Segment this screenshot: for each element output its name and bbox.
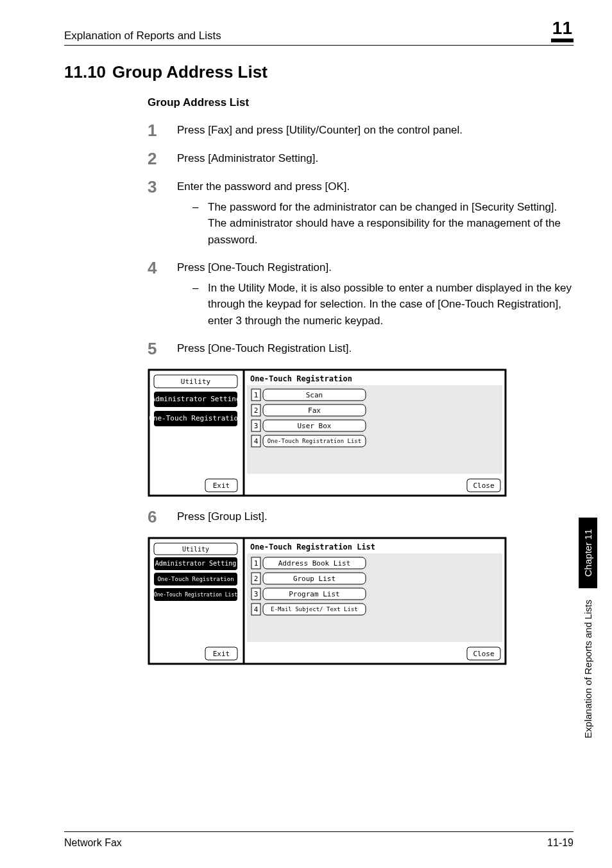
step-number: 1 <box>148 122 177 139</box>
section-heading: 11.10Group Address List <box>64 62 574 82</box>
panel-title: One-Touch Registration List <box>250 542 375 551</box>
svg-text:3: 3 <box>254 422 259 430</box>
admin-setting-label: Administrator Setting <box>151 395 240 403</box>
menu-item-group-list[interactable]: Group List <box>293 575 336 583</box>
step-number: 2 <box>148 150 177 167</box>
step-6: 6 Press [Group List]. <box>148 508 574 525</box>
menu-item-fax[interactable]: Fax <box>308 406 321 415</box>
one-touch-registration-label: One-Touch Registration <box>157 576 234 582</box>
step-text: Press [Fax] and press [Utility/Counter] … <box>177 122 574 139</box>
utility-label: Utility <box>181 378 211 386</box>
side-label: Chapter 11 Explanation of Reports and Li… <box>575 347 600 745</box>
side-title: Explanation of Reports and Lists <box>582 593 593 745</box>
registration-list-label: One-Touch Registration List <box>154 592 237 598</box>
exit-button[interactable]: Exit <box>213 482 230 490</box>
close-button[interactable]: Close <box>473 482 494 490</box>
menu-item-registration-list[interactable]: One-Touch Registration List <box>268 438 361 444</box>
header-title: Explanation of Reports and Lists <box>64 30 221 42</box>
step-sub: – In the Utility Mode, it is also possib… <box>192 280 574 329</box>
one-touch-registration-label: One-Touch Registration <box>149 414 242 422</box>
svg-text:3: 3 <box>254 590 259 598</box>
svg-text:4: 4 <box>254 437 259 446</box>
section-title: Group Address List <box>112 62 268 82</box>
step-5: 5 Press [One-Touch Registration List]. <box>148 340 574 357</box>
step-sub: – The password for the administrator can… <box>192 199 574 248</box>
screenshot-registration-list: Utility Administrator Setting One-Touch … <box>148 537 574 665</box>
exit-button[interactable]: Exit <box>213 650 230 658</box>
menu-item-address-book[interactable]: Address Book List <box>278 559 351 568</box>
footer-right: 11-19 <box>547 837 574 849</box>
svg-text:2: 2 <box>254 406 259 415</box>
page-header: Explanation of Reports and Lists 11 <box>64 19 574 46</box>
step-number: 6 <box>148 508 177 525</box>
step-1: 1 Press [Fax] and press [Utility/Counter… <box>148 122 574 139</box>
step-2: 2 Press [Administrator Setting]. <box>148 150 574 167</box>
step-sub-text: In the Utility Mode, it is also possible… <box>208 280 574 329</box>
dash-icon: – <box>192 199 208 248</box>
dash-icon: – <box>192 280 208 329</box>
menu-item-userbox[interactable]: User Box <box>298 422 332 430</box>
step-4: 4 Press [One-Touch Registration]. – In t… <box>148 259 574 329</box>
menu-item-email-list[interactable]: E-Mail Subject/ Text List <box>271 606 357 612</box>
step-text: Press [Administrator Setting]. <box>177 150 574 167</box>
panel-title: One-Touch Registration <box>250 374 352 383</box>
close-button[interactable]: Close <box>473 650 494 658</box>
svg-text:1: 1 <box>254 559 259 568</box>
step-number: 3 <box>148 178 177 195</box>
menu-item-scan[interactable]: Scan <box>306 391 323 399</box>
svg-text:1: 1 <box>254 391 259 399</box>
screenshot-one-touch-registration: Utility Administrator Setting One-Touch … <box>148 369 574 497</box>
chapter-number-badge: 11 <box>551 19 574 42</box>
menu-item-program-list[interactable]: Program List <box>289 590 339 598</box>
footer-left: Network Fax <box>64 837 122 849</box>
step-sub-text: The password for the administrator can b… <box>208 199 574 248</box>
step-number: 5 <box>148 340 177 357</box>
step-text: Press [Group List]. <box>177 508 574 525</box>
step-3: 3 Enter the password and press [OK]. – T… <box>148 178 574 248</box>
admin-setting-label: Administrator Setting <box>155 560 236 567</box>
subsection-title: Group Address List <box>148 96 574 109</box>
section-number: 11.10 <box>64 62 106 82</box>
step-text: Press [One-Touch Registration List]. <box>177 340 574 357</box>
page-footer: Network Fax 11-19 <box>64 831 574 849</box>
step-text: Press [One-Touch Registration]. <box>177 259 574 276</box>
step-number: 4 <box>148 259 177 276</box>
utility-label: Utility <box>182 546 209 553</box>
step-text: Enter the password and press [OK]. <box>177 178 574 195</box>
svg-text:4: 4 <box>254 605 259 614</box>
svg-text:2: 2 <box>254 575 259 583</box>
side-chapter: Chapter 11 <box>579 517 597 588</box>
